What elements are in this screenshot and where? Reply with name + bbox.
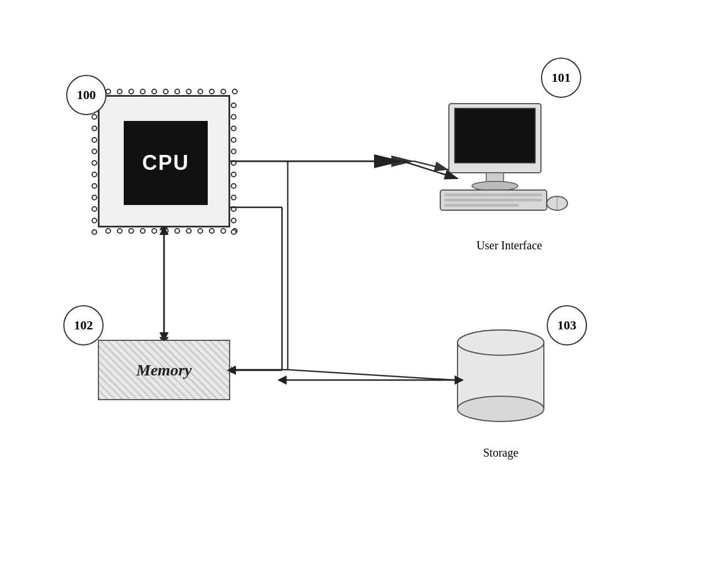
- pin-dot: [231, 218, 237, 223]
- pin-dot: [232, 89, 238, 94]
- computer-illustration: [437, 101, 581, 227]
- pin-dot: [92, 149, 97, 154]
- callout-101: 101: [541, 58, 581, 98]
- pin-dot: [197, 89, 203, 94]
- pin-dot: [140, 228, 146, 234]
- pin-dot: [92, 172, 97, 177]
- pin-dot: [92, 114, 97, 120]
- svg-rect-33: [444, 199, 542, 202]
- pin-dot: [186, 89, 192, 94]
- pin-dot: [174, 228, 180, 234]
- svg-marker-3: [391, 155, 414, 167]
- svg-marker-11: [230, 366, 235, 374]
- pin-dot: [117, 89, 123, 94]
- cpu-text: CPU: [142, 151, 189, 175]
- pin-dot: [117, 228, 123, 234]
- pin-dot: [140, 89, 146, 94]
- svg-line-9: [288, 370, 455, 380]
- pin-dot: [231, 160, 237, 166]
- pin-dot: [209, 89, 215, 94]
- pin-dot: [105, 228, 111, 234]
- cpu-chip: CPU: [98, 95, 230, 227]
- callout-101-label: 101: [552, 70, 571, 85]
- pin-dot: [151, 228, 157, 234]
- pin-dot: [92, 206, 97, 212]
- callout-103: 103: [547, 305, 587, 346]
- pin-dot: [163, 228, 169, 234]
- pin-dot: [128, 228, 134, 234]
- pin-dot: [220, 89, 226, 94]
- callout-102: 102: [63, 305, 104, 346]
- pin-dot: [128, 89, 134, 94]
- pin-dot: [92, 218, 97, 223]
- memory-box: Memory: [98, 340, 230, 400]
- pin-dot: [197, 228, 203, 234]
- arrows-svg: [0, 0, 728, 577]
- svg-rect-34: [444, 204, 519, 207]
- pin-dot: [231, 126, 237, 131]
- pin-dot: [92, 126, 97, 131]
- callout-100: 100: [66, 75, 106, 115]
- pin-dot: [231, 103, 237, 108]
- storage-label: Storage: [449, 446, 552, 460]
- pin-dot: [174, 89, 180, 94]
- pin-dot: [92, 137, 97, 143]
- pin-dot: [92, 195, 97, 200]
- pin-dot: [231, 172, 237, 177]
- pin-dot: [231, 114, 237, 120]
- user-interface-label: User Interface: [437, 239, 581, 252]
- pin-dot: [231, 195, 237, 200]
- diagram-container: CPU Memory User Interface: [0, 0, 728, 577]
- pin-dot: [231, 137, 237, 143]
- svg-marker-26: [277, 375, 287, 385]
- svg-point-41: [458, 396, 544, 422]
- memory-text: Memory: [136, 361, 192, 379]
- svg-marker-10: [230, 366, 232, 374]
- callout-102-label: 102: [74, 318, 93, 333]
- pin-dot: [231, 206, 237, 212]
- pin-dot: [220, 228, 226, 234]
- svg-point-30: [472, 181, 518, 191]
- connection-arrows: [0, 0, 728, 577]
- pin-dot: [151, 89, 157, 94]
- pin-dot: [163, 89, 169, 94]
- pin-dot: [92, 160, 97, 166]
- pin-dot: [231, 149, 237, 154]
- pin-dot: [186, 228, 192, 234]
- callout-100-label: 100: [77, 88, 96, 103]
- pin-dot: [92, 183, 97, 189]
- pin-dot: [92, 229, 97, 235]
- cpu-inner-box: CPU: [124, 121, 208, 205]
- svg-marker-15: [374, 154, 403, 168]
- svg-rect-32: [444, 193, 542, 196]
- pin-dot: [209, 228, 215, 234]
- pin-dot: [231, 229, 237, 235]
- pin-dot: [231, 183, 237, 189]
- svg-point-42: [458, 330, 544, 355]
- callout-103-label: 103: [558, 318, 577, 333]
- svg-rect-28: [455, 108, 535, 163]
- storage-illustration: [449, 320, 552, 423]
